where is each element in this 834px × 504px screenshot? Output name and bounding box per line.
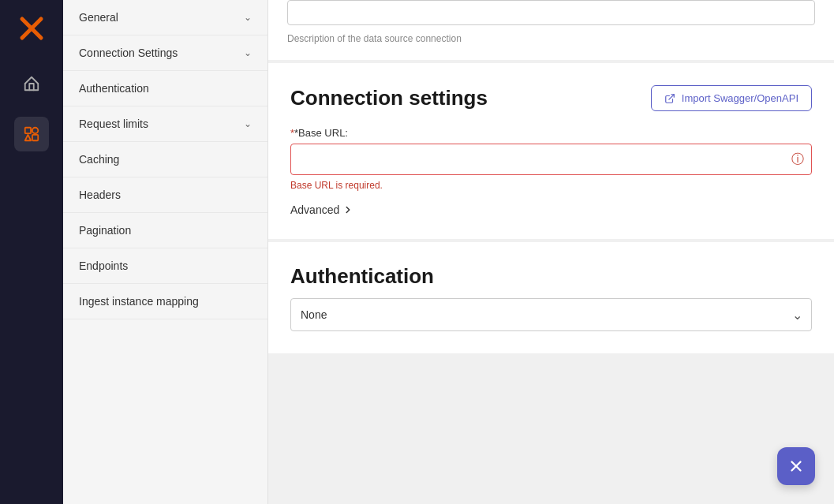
svg-point-3 [32,128,38,133]
main-content: Description of the data source connectio… [268,0,834,504]
sidebar-label-request-limits: Request limits [79,118,148,130]
advanced-link[interactable]: Advanced [290,203,353,216]
connection-settings-title: Connection settings [290,86,488,110]
sidebar: General ⌄ Connection Settings ⌄ Authenti… [63,0,268,504]
sidebar-item-authentication[interactable]: Authentication [63,71,267,106]
sidebar-label-headers: Headers [79,189,121,201]
sidebar-label-caching: Caching [79,153,119,166]
sidebar-label-pagination: Pagination [79,224,131,237]
sidebar-label-general: General [79,11,118,24]
base-url-error: Base URL is required. [290,180,812,191]
svg-rect-2 [25,128,31,133]
sidebar-item-pagination[interactable]: Pagination [63,213,267,248]
svg-marker-4 [25,135,31,140]
sidebar-label-authentication: Authentication [79,82,149,95]
svg-rect-5 [32,135,38,140]
import-swagger-button[interactable]: Import Swagger/OpenAPI [651,85,812,111]
sidebar-label-ingest-instance-mapping: Ingest instance mapping [79,295,199,308]
chevron-right-icon [342,204,353,215]
authentication-section: Authentication None Basic Auth Bearer To… [268,242,834,353]
sidebar-item-caching[interactable]: Caching [63,142,267,177]
base-url-input-wrap: ⓘ [290,144,812,175]
app-logo[interactable] [16,13,47,44]
sidebar-item-connection-settings[interactable]: Connection Settings ⌄ [63,35,267,71]
description-label: Description of the data source connectio… [287,33,815,44]
home-nav-button[interactable] [14,66,49,101]
sidebar-item-request-limits[interactable]: Request limits ⌄ [63,106,267,142]
connection-settings-header: Connection settings Import Swagger/OpenA… [290,85,812,111]
sidebar-item-headers[interactable]: Headers [63,177,267,213]
auth-select-wrap: None Basic Auth Bearer Token API Key OAu… [290,298,812,331]
sidebar-item-endpoints[interactable]: Endpoints [63,248,267,284]
connection-settings-section: Connection settings Import Swagger/OpenA… [268,63,834,242]
description-section: Description of the data source connectio… [268,0,834,63]
chevron-down-icon: ⌄ [244,118,252,129]
chat-bubble-button[interactable] [777,447,815,485]
sidebar-item-ingest-instance-mapping[interactable]: Ingest instance mapping [63,284,267,319]
svg-line-6 [669,94,674,99]
sidebar-label-endpoints: Endpoints [79,259,128,272]
chevron-down-icon: ⌄ [244,12,252,23]
left-nav [0,0,63,504]
base-url-input[interactable] [290,144,812,175]
close-icon [787,457,805,475]
authentication-title: Authentication [290,264,812,289]
base-url-label: **Base URL: [290,127,812,139]
error-icon: ⓘ [791,151,804,168]
shapes-nav-button[interactable] [14,117,49,151]
external-link-icon [664,93,675,104]
auth-type-select[interactable]: None Basic Auth Bearer Token API Key OAu… [290,298,812,331]
sidebar-label-connection-settings: Connection Settings [79,47,178,59]
import-swagger-label: Import Swagger/OpenAPI [682,92,798,104]
description-textarea[interactable] [287,0,815,25]
advanced-label: Advanced [290,203,339,216]
chevron-down-icon: ⌄ [244,47,252,58]
sidebar-item-general[interactable]: General ⌄ [63,0,267,35]
